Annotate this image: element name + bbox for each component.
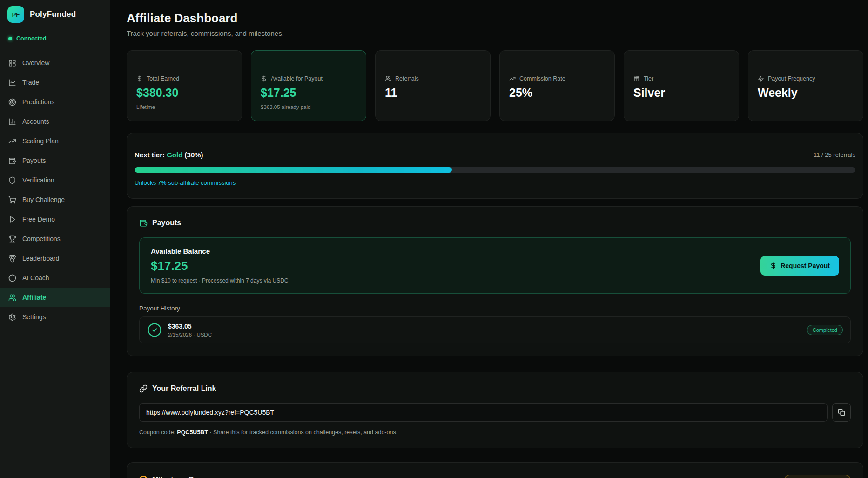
sidebar-item-label: Settings <box>22 313 46 321</box>
next-tier-percent: (30%) <box>185 151 203 159</box>
sidebar-item-trade[interactable]: Trade <box>0 73 110 92</box>
referral-counter: 11 / 25 referrals <box>814 151 855 158</box>
stat-value: Silver <box>633 86 729 100</box>
dollar-icon <box>770 262 777 269</box>
balance-value: $17.25 <box>151 259 288 273</box>
gear-icon <box>8 313 16 321</box>
status-dot-icon <box>8 37 12 40</box>
sidebar-item-affiliate[interactable]: Affiliate <box>0 288 110 307</box>
balance-label: Available Balance <box>151 247 288 255</box>
unlock-note: Unlocks 7% sub-affiliate commissions <box>135 179 855 186</box>
milestone-bonuses-card: Milestone Bonuses First 100 affiliates o… <box>127 462 863 478</box>
page-title: Affiliate Dashboard <box>127 11 863 26</box>
grid-icon <box>8 59 16 67</box>
payout-history-row: $363.05 2/15/2026 · USDC Completed <box>139 316 851 343</box>
sidebar-item-leaderboard[interactable]: Leaderboard <box>0 249 110 268</box>
brain-icon <box>8 274 16 282</box>
link-icon <box>139 384 148 393</box>
sidebar-item-label: Affiliate <box>22 294 46 301</box>
brand[interactable]: PF PolyFunded <box>0 0 110 29</box>
trophy-icon <box>139 476 148 478</box>
trending-up-icon <box>509 75 516 82</box>
trophy-icon <box>8 235 16 243</box>
gift-icon <box>633 75 640 82</box>
stat-label: Commission Rate <box>519 75 565 82</box>
check-circle-icon <box>147 323 162 337</box>
stat-value: 25% <box>509 86 605 100</box>
coupon-prefix: Coupon code: <box>139 429 177 436</box>
sidebar-item-predictions[interactable]: Predictions <box>0 92 110 112</box>
sidebar-item-free-demo[interactable]: Free Demo <box>0 209 110 229</box>
next-tier-label: Next tier: Gold (30%) <box>135 151 203 159</box>
payout-history-label: Payout History <box>139 305 851 312</box>
sidebar-item-overview[interactable]: Overview <box>0 53 110 73</box>
wallet-icon <box>139 219 148 227</box>
stat-value: $380.30 <box>136 86 232 100</box>
sidebar-nav: Overview Trade Predictions Accounts Scal… <box>0 48 110 327</box>
stat-sub <box>385 104 481 110</box>
connection-status-label: Connected <box>16 35 47 42</box>
request-payout-button[interactable]: Request Payout <box>760 256 839 276</box>
stat-value: 11 <box>385 86 481 100</box>
sidebar-item-label: Leaderboard <box>22 255 59 262</box>
connection-status: Connected <box>0 29 110 48</box>
sidebar-item-label: Verification <box>22 176 54 184</box>
balance-note: Min $10 to request · Processed within 7 … <box>151 277 288 284</box>
sidebar-item-accounts[interactable]: Accounts <box>0 112 110 131</box>
coupon-suffix: · Share this for tracked commissions on … <box>208 429 397 436</box>
app-root: PF PolyFunded Connected Overview Trade P… <box>0 0 868 478</box>
sidebar-item-ai-coach[interactable]: AI Coach <box>0 268 110 288</box>
stat-sub <box>633 104 729 110</box>
target-icon <box>8 98 16 106</box>
stat-sub <box>509 104 605 110</box>
dollar-icon <box>136 75 143 82</box>
brand-name: PolyFunded <box>30 10 76 19</box>
stat-card-referrals: Referrals 11 <box>375 50 491 121</box>
copy-icon <box>838 409 845 416</box>
sidebar-item-verification[interactable]: Verification <box>0 170 110 190</box>
request-payout-label: Request Payout <box>781 262 830 269</box>
milestone-badge: First 100 affiliates only <box>784 475 851 478</box>
stat-card-tier: Tier Silver <box>624 50 739 121</box>
copy-button[interactable] <box>832 403 851 422</box>
stat-value: $17.25 <box>261 86 357 100</box>
next-tier-prefix: Next tier: <box>135 151 165 159</box>
shield-icon <box>8 176 16 184</box>
shopping-cart-icon <box>8 196 16 204</box>
bar-chart-icon <box>8 118 16 126</box>
payout-meta: 2/15/2026 · USDC <box>168 332 212 337</box>
milestones-title: Milestone Bonuses <box>152 476 220 478</box>
sidebar-item-payouts[interactable]: Payouts <box>0 151 110 170</box>
users-icon <box>8 294 16 302</box>
status-badge: Completed <box>807 325 843 335</box>
referral-link-card: Your Referral Link Coupon code: PQC5U5BT… <box>127 372 863 448</box>
sidebar-item-label: Buy Challenge <box>22 196 65 203</box>
line-chart-icon <box>8 79 16 87</box>
coupon-note: Coupon code: PQC5U5BT · Share this for t… <box>139 429 851 436</box>
stat-card-payout-frequency: Payout Frequency Weekly <box>748 50 863 121</box>
referral-link-title: Your Referral Link <box>152 384 216 393</box>
zap-icon <box>758 75 764 82</box>
stat-label: Payout Frequency <box>768 75 815 82</box>
tier-progress-card: Next tier: Gold (30%) 11 / 25 referrals … <box>127 133 863 199</box>
stat-label: Available for Payout <box>271 75 323 82</box>
sidebar-item-buy-challenge[interactable]: Buy Challenge <box>0 190 110 209</box>
sidebar-item-settings[interactable]: Settings <box>0 307 110 327</box>
tier-progress-fill <box>135 167 452 173</box>
sidebar-item-scaling-plan[interactable]: Scaling Plan <box>0 131 110 151</box>
page-subtitle: Track your referrals, commissions, and m… <box>127 29 863 37</box>
sidebar: PF PolyFunded Connected Overview Trade P… <box>0 0 110 478</box>
stat-value: Weekly <box>758 86 854 100</box>
sidebar-item-label: Predictions <box>22 98 54 106</box>
stat-card-available-payout: Available for Payout $17.25 $363.05 alre… <box>251 50 366 121</box>
sidebar-item-label: Overview <box>22 59 49 67</box>
sidebar-item-label: Scaling Plan <box>22 137 59 145</box>
brand-logo-icon: PF <box>7 6 24 23</box>
payouts-title: Payouts <box>152 219 181 227</box>
stat-sub: $363.05 already paid <box>261 104 357 110</box>
sidebar-item-competitions[interactable]: Competitions <box>0 229 110 249</box>
referral-link-input[interactable] <box>139 403 828 422</box>
sidebar-item-label: Accounts <box>22 118 49 125</box>
payout-amount: $363.05 <box>168 323 212 330</box>
stat-card-commission-rate: Commission Rate 25% <box>499 50 615 121</box>
